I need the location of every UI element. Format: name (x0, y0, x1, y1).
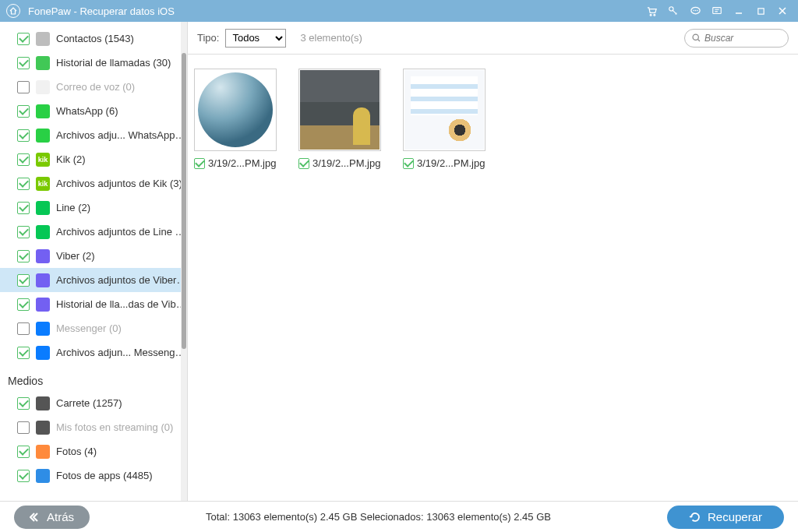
sidebar-item-label: Messenger (0) (56, 322, 122, 334)
chat-icon[interactable] (686, 2, 704, 20)
sidebar-item-label: Line (2) (56, 202, 90, 213)
checkbox[interactable] (17, 470, 30, 482)
app-icon (36, 80, 50, 94)
svg-point-4 (693, 9, 694, 11)
app-icon (36, 32, 50, 46)
checkbox[interactable] (17, 298, 30, 311)
sidebar-item-label: Archivos adjuntos de Viber (3) (56, 274, 187, 286)
sidebar-item-label: Archivos adjun... Messenger (3) (56, 347, 187, 358)
svg-point-6 (697, 9, 698, 11)
svg-point-0 (650, 14, 651, 16)
home-icon[interactable] (6, 4, 20, 18)
sidebar-item[interactable]: kikKik (2) (0, 147, 187, 171)
sidebar-item-label: Carrete (1257) (56, 397, 122, 409)
sidebar-item-label: Contactos (1543) (56, 33, 134, 44)
search-input[interactable] (704, 33, 782, 44)
sidebar-item[interactable]: Viber (2) (0, 244, 187, 268)
checkbox[interactable] (17, 446, 30, 458)
app-icon (36, 421, 50, 435)
type-select[interactable]: Todos (225, 29, 286, 48)
thumbnail[interactable]: 3/19/2...PM.jpg (194, 69, 281, 487)
checkbox[interactable] (17, 421, 30, 434)
checkbox[interactable] (17, 347, 30, 359)
app-icon (36, 225, 50, 239)
sidebar-item[interactable]: Contactos (1543) (0, 26, 187, 51)
app-icon (36, 396, 50, 410)
svg-rect-7 (713, 8, 722, 14)
sidebar-item-label: Archivos adjuntos de Kik (3) (56, 178, 182, 189)
checkbox[interactable] (298, 158, 309, 169)
checkbox[interactable] (17, 322, 30, 335)
sidebar-section-header: Medios (0, 371, 187, 391)
sidebar-item-label: Historial de lla...das de Viber (1) (56, 298, 187, 310)
sidebar-item-label: Kik (2) (56, 153, 86, 165)
sidebar-item[interactable]: Fotos de apps (4485) (0, 463, 187, 488)
sidebar-item[interactable]: Historial de llamadas (30) (0, 51, 187, 75)
app-icon: kik (36, 177, 50, 191)
checkbox[interactable] (17, 153, 30, 166)
sidebar-item[interactable]: kikArchivos adjuntos de Kik (3) (0, 171, 187, 196)
sidebar-item[interactable]: Line (2) (0, 196, 187, 220)
sidebar-item-label: Historial de llamadas (30) (56, 57, 171, 69)
search-box[interactable] (684, 29, 789, 48)
sidebar-item[interactable]: WhatsApp (6) (0, 99, 187, 123)
sidebar-scrollbar[interactable] (181, 22, 187, 501)
sidebar: Contactos (1543)Historial de llamadas (3… (0, 22, 188, 501)
type-label: Tipo: (197, 32, 219, 44)
sidebar-item[interactable]: Archivos adjuntos de Viber (3) (0, 268, 187, 292)
checkbox[interactable] (17, 129, 30, 142)
checkbox[interactable] (194, 158, 205, 169)
sidebar-item[interactable]: Archivos adjuntos de Line (500) (0, 220, 187, 244)
checkbox[interactable] (17, 57, 30, 69)
window-title: FonePaw - Recuperar datos iOS (28, 5, 175, 17)
back-button[interactable]: Atrás (14, 506, 90, 529)
thumbnail-label: 3/19/2...PM.jpg (208, 157, 276, 169)
svg-rect-8 (757, 8, 763, 13)
app-icon (36, 469, 50, 483)
checkbox[interactable] (403, 158, 414, 169)
sidebar-item-label: WhatsApp (6) (56, 105, 118, 117)
sidebar-item: Correo de voz (0) (0, 75, 187, 99)
cart-icon[interactable] (642, 2, 661, 20)
checkbox[interactable] (17, 105, 30, 118)
app-icon (36, 104, 50, 118)
svg-point-5 (694, 9, 696, 11)
sidebar-item-label: Viber (2) (56, 250, 95, 262)
thumbnail-image (194, 69, 277, 151)
thumbnail-image (403, 69, 486, 151)
close-icon[interactable] (773, 2, 792, 20)
sidebar-item-label: Fotos (4) (56, 446, 97, 457)
content-toolbar: Tipo: Todos 3 elemento(s) (188, 22, 798, 55)
checkbox[interactable] (17, 202, 30, 214)
minimize-icon[interactable] (729, 2, 748, 20)
checkbox[interactable] (17, 178, 30, 190)
element-count: 3 elemento(s) (300, 32, 362, 44)
sidebar-item-label: Archivos adjuntos de Line (500) (56, 226, 187, 238)
thumbnail[interactable]: 3/19/2...PM.jpg (298, 69, 386, 487)
maximize-icon[interactable] (751, 2, 770, 20)
app-icon (36, 273, 50, 287)
app-icon (36, 201, 50, 215)
sidebar-item[interactable]: Archivos adjun... Messenger (3) (0, 340, 187, 365)
sidebar-item-label: Correo de voz (0) (56, 81, 135, 93)
sidebar-item[interactable]: Fotos (4) (0, 439, 187, 463)
app-icon (36, 298, 50, 312)
thumbnail[interactable]: 3/19/2...PM.jpg (403, 69, 490, 487)
sidebar-item[interactable]: Historial de lla...das de Viber (1) (0, 292, 187, 316)
feedback-icon[interactable] (708, 2, 726, 20)
app-icon (36, 322, 50, 336)
back-label: Atrás (47, 510, 74, 523)
checkbox[interactable] (17, 33, 30, 45)
checkbox[interactable] (17, 274, 30, 287)
sidebar-item-label: Fotos de apps (4485) (56, 470, 153, 481)
key-icon[interactable] (664, 2, 683, 20)
checkbox[interactable] (17, 226, 30, 238)
thumbnail-label: 3/19/2...PM.jpg (417, 157, 485, 169)
sidebar-item[interactable]: Archivos adju... WhatsApp (9) (0, 123, 187, 147)
checkbox[interactable] (17, 250, 30, 262)
sidebar-item[interactable]: Carrete (1257) (0, 391, 187, 415)
titlebar: FonePaw - Recuperar datos iOS (0, 0, 798, 22)
checkbox[interactable] (17, 397, 30, 410)
checkbox[interactable] (17, 81, 30, 93)
recover-button[interactable]: Recuperar (667, 506, 784, 529)
